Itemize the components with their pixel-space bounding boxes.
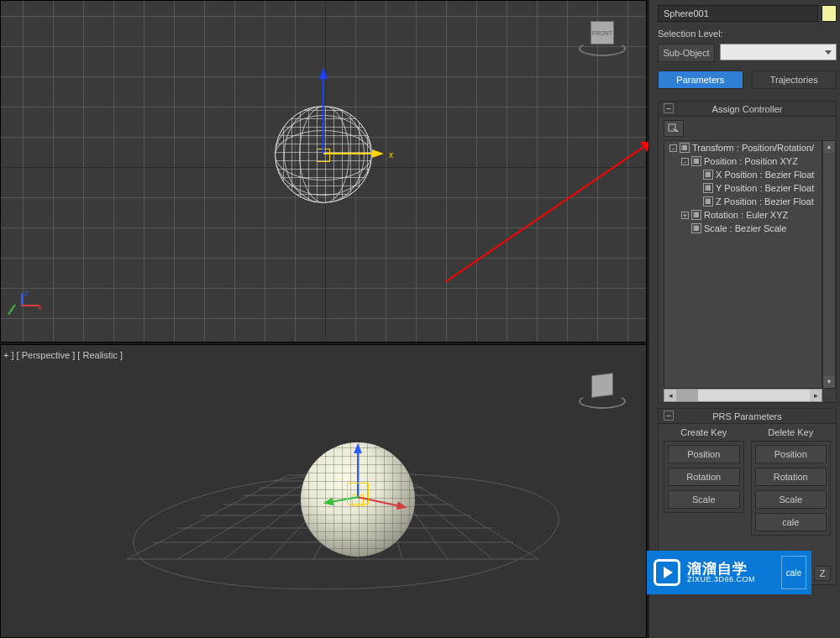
scrollbar-horizontal[interactable]: ◂ ▸	[664, 389, 822, 402]
tree-row[interactable]: +▦Rotation : Euler XYZ	[664, 208, 822, 222]
create-key-label: Create Key	[664, 427, 744, 437]
scroll-down-icon[interactable]: ▾	[823, 376, 835, 388]
tree-row[interactable]: ▦X Position : Bezier Float	[664, 168, 822, 181]
create-position-key-button[interactable]: Position	[668, 445, 740, 463]
collapse-icon[interactable]: –	[664, 411, 674, 421]
tree-row[interactable]: -▦Position : Position XYZ	[664, 154, 822, 168]
tab-parameters[interactable]: Parameters	[658, 71, 743, 89]
scroll-right-icon[interactable]: ▸	[810, 390, 822, 401]
rollup-title: PRS Parameters	[712, 411, 782, 421]
svg-line-10	[177, 475, 318, 559]
delete-scale-key-button-2[interactable]: cale	[755, 513, 827, 531]
controller-tree[interactable]: -▦Transform : Position/Rotation/-▦Positi…	[664, 140, 822, 389]
controller-icon: ▦	[703, 196, 713, 207]
selection-level-label: Selection Level:	[658, 29, 837, 39]
viewport-perspective[interactable]: + ] [ Perspective ] [ Realistic ]	[0, 344, 647, 638]
play-icon	[654, 559, 680, 586]
rollup-title: Assign Controller	[712, 104, 783, 114]
object-color-swatch[interactable]	[822, 5, 837, 22]
tree-row[interactable]: -▦Transform : Position/Rotation/	[664, 141, 822, 154]
collapse-icon[interactable]: –	[664, 103, 674, 113]
axis-x-label: x	[389, 150, 393, 160]
assign-icon	[668, 123, 680, 133]
controller-icon: ▦	[703, 183, 713, 193]
motion-panel: Selection Level: Sub-Object Parameters T…	[648, 0, 840, 638]
assign-controller-button[interactable]	[664, 120, 684, 137]
tree-label: Position : Position XYZ	[704, 156, 798, 166]
controller-icon: ▦	[703, 170, 713, 180]
tree-label: Rotation : Euler XYZ	[704, 210, 788, 220]
viewcube[interactable]: FRONT	[582, 14, 622, 55]
create-key-group: Position Rotation Scale	[664, 441, 744, 513]
sub-object-button[interactable]: Sub-Object	[658, 44, 715, 62]
watermark-sub: ZIXUE.3D66.COM	[687, 576, 755, 583]
scroll-left-icon[interactable]: ◂	[664, 390, 676, 401]
selection-marker	[317, 149, 330, 162]
tree-label: X Position : Bezier Float	[716, 170, 814, 180]
delete-key-label: Delete Key	[751, 427, 832, 437]
watermark: 溜溜自学 ZIXUE.3D66.COM cale	[647, 551, 811, 594]
controller-icon: ▦	[691, 223, 701, 233]
watermark-side: cale	[781, 556, 806, 589]
tab-trajectories[interactable]: Trajectories	[752, 71, 837, 89]
tree-label: Z Position : Bezier Float	[716, 196, 814, 207]
rollup-header[interactable]: – Assign Controller	[659, 102, 836, 117]
delete-position-key-button[interactable]: Position	[755, 445, 827, 463]
axis-tripod-icon: zx	[13, 293, 38, 318]
expand-icon[interactable]: +	[681, 212, 689, 219]
expand-icon[interactable]: -	[681, 158, 689, 165]
delete-rotation-key-button[interactable]: Rotation	[755, 468, 827, 486]
viewport-area: x zx FRONT + ] [ Perspective ] [ Realist…	[0, 0, 648, 638]
viewport-front[interactable]: x zx FRONT	[0, 0, 647, 343]
tree-label: Transform : Position/Rotation/	[692, 143, 814, 153]
selection-marker	[352, 494, 364, 506]
controller-icon: ▦	[680, 143, 690, 153]
tree-row[interactable]: ▦Z Position : Bezier Float	[664, 195, 822, 208]
scroll-up-icon[interactable]: ▴	[823, 141, 835, 153]
create-rotation-key-button[interactable]: Rotation	[668, 468, 740, 486]
expand-icon[interactable]: -	[669, 144, 677, 152]
scrollbar-vertical[interactable]: ▴ ▾	[822, 140, 836, 389]
tree-label: Y Position : Bezier Float	[716, 183, 814, 193]
viewcube[interactable]	[582, 367, 622, 407]
watermark-title: 溜溜自学	[687, 562, 755, 576]
delete-scale-key-button[interactable]: Scale	[755, 490, 827, 509]
tree-row[interactable]: ▦Scale : Bezier Scale	[664, 222, 822, 235]
object-name-input[interactable]	[658, 5, 818, 22]
sub-object-dropdown[interactable]	[720, 44, 837, 60]
tree-row[interactable]: ▦Y Position : Bezier Float	[664, 181, 822, 195]
rollup-header[interactable]: – PRS Parameters	[659, 409, 836, 424]
rollup-assign-controller: – Assign Controller -▦Transform : Positi…	[658, 101, 837, 403]
controller-icon: ▦	[691, 156, 701, 166]
controller-icon: ▦	[691, 210, 701, 220]
delete-key-group: Position Rotation Scale cale	[751, 441, 832, 536]
tree-label: Scale : Bezier Scale	[704, 223, 786, 233]
axis-z-button[interactable]: Z	[814, 566, 831, 581]
create-scale-key-button[interactable]: Scale	[668, 490, 740, 509]
